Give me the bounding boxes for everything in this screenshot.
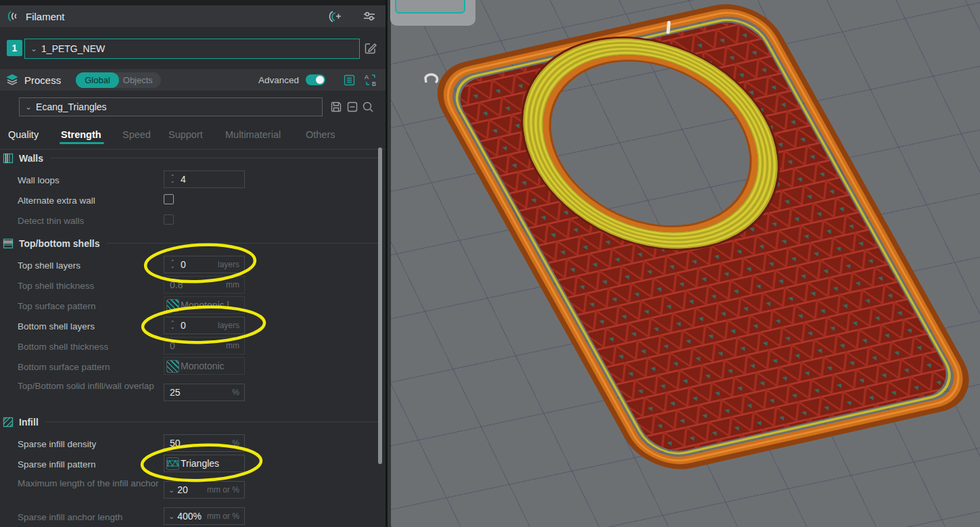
chevron-down-icon: ⌄: [30, 44, 37, 53]
save-preset-icon[interactable]: [329, 100, 343, 114]
triangles-pattern-icon: [166, 457, 179, 470]
overlap-value: 25: [170, 387, 181, 398]
scope-objects-button[interactable]: Objects: [119, 75, 161, 85]
filament-slot-badge[interactable]: 1: [7, 40, 22, 56]
tab-multimaterial[interactable]: Multimaterial: [225, 127, 281, 142]
sparse-infill-density-input[interactable]: 50 %: [164, 434, 245, 452]
top-surface-pattern-label: Top surface pattern: [18, 300, 161, 313]
tab-support[interactable]: Support: [168, 127, 203, 142]
toolbar-popup-fragment[interactable]: [390, 0, 475, 26]
wall-loops-value: 4: [181, 174, 186, 185]
anchor-length-label: Sparse infill anchor length: [18, 511, 161, 524]
seam-hook-marker: [425, 74, 438, 83]
wall-loops-input[interactable]: ⌃⌄ 4: [164, 170, 245, 188]
monotonic-pattern-icon: [166, 299, 179, 312]
tab-strength[interactable]: Strength: [61, 127, 101, 142]
detect-thin-walls-label: Detect thin walls: [18, 215, 161, 227]
infill-section-title: Infill: [19, 417, 39, 428]
walls-section-header: Walls: [3, 152, 379, 164]
tab-quality[interactable]: Quality: [8, 127, 39, 142]
sparse-infill-pattern-value: Triangles: [181, 458, 219, 469]
sparse-infill-pattern-label: Sparse infill pattern: [18, 459, 161, 471]
alternate-extra-wall-label: Alternate extra wall: [18, 195, 161, 207]
top-shell-layers-label: Top shell layers: [18, 260, 161, 272]
sliced-plate-model[interactable]: [427, 1, 979, 473]
overlap-unit: %: [232, 388, 239, 397]
shells-section-title: Top/bottom shells: [19, 238, 100, 249]
max-anchor-unit: mm or %: [207, 485, 239, 495]
bottom-shell-layers-label: Bottom shell layers: [18, 321, 161, 333]
top-shell-thickness-input[interactable]: 0.8 mm: [164, 276, 245, 294]
settings-sidebar: Filament 1 ⌄ 1_PETG_NEW: [0, 0, 386, 527]
parameter-list-icon[interactable]: [343, 74, 356, 87]
sliced-model-preview: [391, 0, 980, 527]
alternate-extra-wall-checkbox[interactable]: [164, 194, 174, 204]
ab-compare-icon[interactable]: A B: [364, 73, 377, 87]
chevron-down-icon: ⌄: [168, 512, 174, 521]
sparse-infill-density-unit: %: [232, 438, 239, 448]
process-preset-select[interactable]: ⌄ Ecang_Triangles: [19, 97, 323, 116]
sparse-infill-density-value: 50: [170, 438, 181, 449]
advanced-toggle[interactable]: [306, 74, 325, 85]
spinner-arrows-icon[interactable]: ⌃⌄: [167, 321, 178, 329]
search-icon[interactable]: [361, 100, 375, 114]
process-header-bar: Process Global Objects Advanced A B: [0, 69, 386, 91]
bottom-surface-pattern-select[interactable]: Monotonic: [164, 357, 245, 375]
bottom-shell-layers-input[interactable]: ⌃⌄ 0 layers: [164, 317, 245, 334]
detect-thin-walls-checkbox[interactable]: [164, 214, 174, 225]
bottom-shell-thickness-value: 0: [170, 340, 175, 351]
walls-section-title: Walls: [19, 153, 43, 164]
overlap-input[interactable]: 25 %: [164, 384, 245, 401]
filament-spool-icon: [7, 9, 20, 23]
anchor-length-select[interactable]: ⌄ 400% mm or %: [164, 507, 245, 525]
spinner-arrows-icon[interactable]: ⌃⌄: [167, 260, 178, 269]
top-shell-thickness-unit: mm: [226, 280, 239, 290]
add-filament-icon[interactable]: [327, 9, 342, 24]
shells-icon: [3, 238, 14, 249]
top-shell-layers-unit: layers: [218, 260, 239, 269]
process-scope-toggle: Global Objects: [76, 72, 161, 88]
bottom-shell-thickness-unit: mm: [226, 341, 239, 350]
filament-panel-title: Filament: [26, 11, 65, 22]
chevron-down-icon: ⌄: [168, 486, 174, 495]
svg-text:B: B: [372, 81, 376, 87]
max-anchor-label: Maximum length of the infill anchor: [18, 478, 161, 490]
sparse-infill-density-label: Sparse infill density: [18, 438, 161, 451]
bottom-surface-pattern-value: Monotonic: [181, 361, 225, 371]
sparse-infill-pattern-select[interactable]: Triangles: [164, 455, 245, 472]
filament-preset-value: 1_PETG_NEW: [41, 43, 105, 54]
active-tab-underline: [60, 142, 104, 144]
svg-text:A: A: [365, 74, 369, 81]
top-strip: [0, 0, 386, 5]
top-surface-pattern-select[interactable]: Monotonic l...: [164, 296, 245, 314]
tab-others[interactable]: Others: [306, 127, 335, 142]
top-shell-thickness-value: 0.8: [170, 279, 183, 290]
top-shell-layers-input[interactable]: ⌃⌄ 0 layers: [164, 256, 245, 273]
process-preset-value: Ecang_Triangles: [36, 101, 107, 112]
toggle-knob: [316, 76, 324, 84]
remove-preset-icon[interactable]: [346, 100, 359, 114]
bottom-shell-thickness-label: Bottom shell thickness: [18, 341, 161, 353]
infill-section-header: Infill: [3, 416, 379, 428]
chevron-down-icon: ⌄: [25, 102, 32, 112]
anchor-length-value: 400%: [177, 511, 202, 522]
tab-speed[interactable]: Speed: [122, 127, 151, 142]
filament-settings-icon[interactable]: [363, 9, 376, 23]
sidebar-scrollbar[interactable]: [378, 147, 382, 464]
bottom-shell-thickness-input[interactable]: 0 mm: [164, 337, 245, 354]
edit-filament-icon[interactable]: [363, 41, 377, 55]
anchor-length-unit: mm or %: [207, 511, 239, 521]
shells-section-header: Top/bottom shells: [3, 237, 379, 249]
monotonic-pattern-icon: [166, 360, 179, 373]
3d-viewport[interactable]: [391, 0, 980, 527]
bottom-shell-layers-unit: layers: [218, 321, 239, 330]
infill-icon: [3, 417, 14, 428]
filament-preset-select[interactable]: ⌄ 1_PETG_NEW: [24, 39, 360, 59]
overlap-label: Top/Bottom solid infill/wall overlap: [18, 380, 161, 392]
process-panel-title: Process: [24, 74, 61, 86]
spinner-arrows-icon[interactable]: ⌃⌄: [167, 175, 178, 183]
toolbar-popup-selected-item[interactable]: [395, 0, 465, 14]
max-anchor-select[interactable]: ⌄ 20 mm or %: [164, 481, 245, 499]
scope-global-button[interactable]: Global: [76, 72, 119, 88]
top-shell-thickness-label: Top shell thickness: [18, 280, 161, 292]
